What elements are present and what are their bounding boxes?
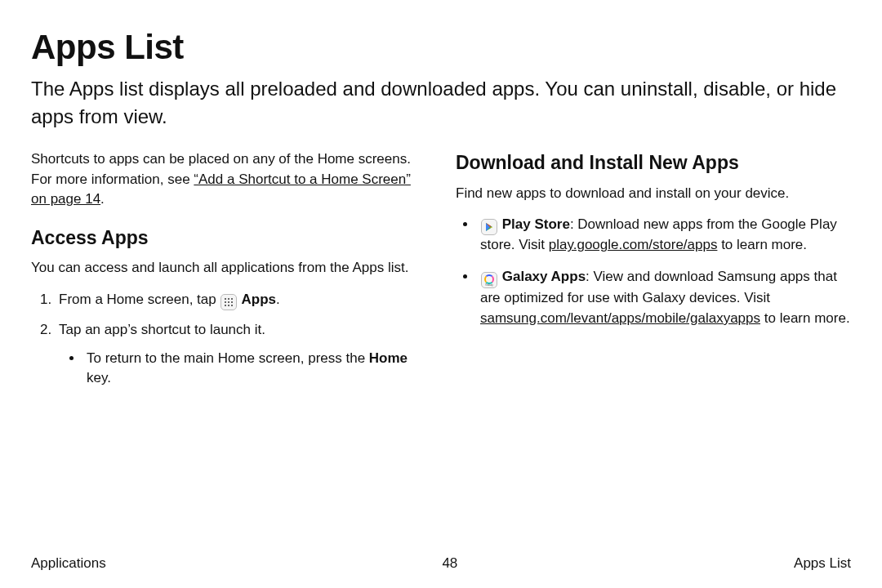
access-steps: From a Home screen, tap Apps. Tap an app…: [31, 290, 426, 389]
footer-topic: Apps List: [794, 555, 851, 572]
download-install-desc: Find new apps to download and install on…: [456, 184, 851, 204]
app-sources-list: Play Store: Download new apps from the G…: [456, 215, 851, 328]
step-1-post: .: [276, 292, 280, 307]
step-1-bold: Apps: [238, 292, 276, 307]
footer-section: Applications: [31, 555, 106, 572]
footer-page-number: 48: [442, 555, 457, 572]
galaxy-apps-label: Galaxy Apps: [502, 269, 586, 284]
sub-bold: Home: [369, 350, 408, 366]
access-apps-desc: You can access and launch all applicatio…: [31, 258, 426, 278]
download-install-heading: Download and Install New Apps: [456, 149, 851, 176]
intro-text: The Apps list displays all preloaded and…: [31, 75, 851, 130]
page-title: Apps List: [31, 28, 851, 67]
galaxy-apps-link[interactable]: samsung.com/levant/apps/mobile/galaxyapp…: [480, 310, 760, 326]
step-2-sub: To return to the main Home screen, press…: [59, 349, 426, 389]
step-2: Tap an app’s shortcut to launch it. To r…: [56, 320, 426, 389]
shortcuts-text-post: .: [100, 191, 105, 207]
right-column: Download and Install New Apps Find new a…: [456, 149, 851, 399]
apps-icon: [220, 294, 237, 310]
step-2-text: Tap an app’s shortcut to launch it.: [59, 322, 265, 337]
access-apps-heading: Access Apps: [31, 225, 426, 252]
left-column: Shortcuts to apps can be placed on any o…: [31, 149, 426, 399]
galaxy-apps-item: Galaxy Galaxy Apps: View and download Sa…: [477, 267, 851, 329]
play-store-post: to learn more.: [717, 237, 807, 252]
play-store-label: Play Store: [502, 216, 570, 232]
play-store-item: Play Store: Download new apps from the G…: [477, 215, 851, 256]
galaxy-apps-post: to learn more.: [760, 310, 850, 326]
page-footer: Applications 48 Apps List: [31, 555, 851, 572]
content-columns: Shortcuts to apps can be placed on any o…: [31, 149, 851, 399]
step-2-sub-item: To return to the main Home screen, press…: [83, 349, 426, 389]
galaxy-apps-icon: Galaxy: [481, 272, 497, 288]
sub-post: key.: [87, 370, 111, 385]
step-1: From a Home screen, tap Apps.: [56, 290, 426, 310]
play-store-link[interactable]: play.google.com/store/apps: [549, 237, 718, 252]
shortcuts-paragraph: Shortcuts to apps can be placed on any o…: [31, 149, 426, 210]
sub-pre: To return to the main Home screen, press…: [87, 350, 369, 366]
play-store-icon: [481, 219, 497, 235]
step-1-pre: From a Home screen, tap: [59, 292, 220, 307]
